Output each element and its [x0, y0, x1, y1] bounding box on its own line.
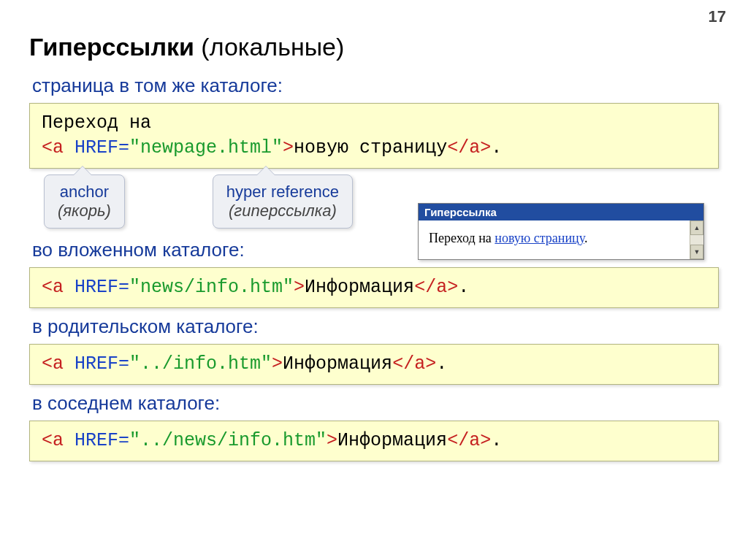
callout-anchor-main: anchor — [58, 183, 111, 202]
code3-tag-open: <a — [42, 353, 64, 375]
page-number: 17 — [709, 7, 726, 26]
code2-href-attr: HREF= — [64, 277, 129, 298]
code-example-4: <a HREF="../news/info.htm">Информация</a… — [29, 421, 719, 461]
browser-text-suffix: . — [584, 231, 588, 245]
browser-content: Переход на новую страницу. — [419, 220, 690, 259]
code2-close: > — [294, 277, 305, 298]
scroll-down-icon[interactable]: ▼ — [690, 245, 703, 259]
callout-href-sub: (гиперссылка) — [226, 202, 339, 220]
callout-anchor: anchor (якорь) — [44, 174, 125, 229]
code2-href-val: "news/info.htm" — [129, 277, 294, 298]
code3-href-val: "../info.htm" — [129, 353, 272, 375]
code4-tag-open: <a — [42, 430, 64, 451]
heading-same-dir: страница в том же каталоге: — [32, 74, 719, 97]
scrollbar[interactable]: ▲ ▼ — [690, 220, 703, 259]
title-rest: (локальные) — [194, 33, 344, 61]
code3-dot: . — [436, 353, 447, 375]
code2-tag-close: </a> — [414, 277, 458, 298]
code4-text: Информация — [337, 430, 447, 451]
code-example-1: Переход на <a HREF="newpage.html">новую … — [29, 103, 719, 169]
browser-titlebar: Гиперссылка — [419, 204, 703, 220]
browser-preview: Гиперссылка Переход на новую страницу. ▲… — [418, 203, 704, 260]
code1-tag-close: </a> — [447, 137, 491, 158]
code-example-3: <a HREF="../info.htm">Информация</a>. — [29, 344, 719, 385]
callout-href: hyper reference (гиперссылка) — [213, 174, 353, 229]
code-example-2: <a HREF="news/info.htm">Информация</a>. — [29, 267, 719, 308]
code4-href-attr: HREF= — [64, 430, 129, 451]
heading-siblingdir: в соседнем каталоге: — [32, 392, 719, 415]
code1-text: новую страницу — [294, 137, 447, 158]
code1-href-val: "newpage.html" — [129, 137, 283, 158]
callout-anchor-sub: (якорь) — [58, 202, 111, 220]
code3-close: > — [272, 353, 283, 375]
code2-dot: . — [458, 277, 469, 298]
code1-line1: Переход на — [42, 111, 706, 136]
heading-parentdir: в родительском каталоге: — [32, 315, 719, 338]
title-bold: Гиперссылки — [29, 33, 194, 61]
code3-tag-close: </a> — [392, 353, 436, 375]
code3-href-attr: HREF= — [64, 353, 129, 375]
code2-text: Информация — [305, 277, 414, 298]
code1-href-attr: HREF= — [64, 137, 129, 158]
code4-close: > — [327, 430, 337, 451]
code1-tag-open: <a — [42, 137, 64, 158]
code1-close: > — [283, 137, 294, 158]
code4-href-val: "../news/info.htm" — [129, 430, 327, 451]
code4-tag-close: </a> — [447, 430, 491, 451]
code4-dot: . — [491, 430, 502, 451]
slide-title: Гиперссылки (локальные) — [29, 33, 719, 61]
scroll-up-icon[interactable]: ▲ — [690, 220, 703, 235]
code3-text: Информация — [283, 353, 392, 375]
callout-href-main: hyper reference — [226, 183, 339, 202]
code2-tag-open: <a — [42, 277, 64, 298]
code1-dot: . — [491, 137, 502, 158]
browser-text-prefix: Переход на — [429, 231, 495, 245]
browser-link[interactable]: новую страницу — [495, 231, 584, 245]
